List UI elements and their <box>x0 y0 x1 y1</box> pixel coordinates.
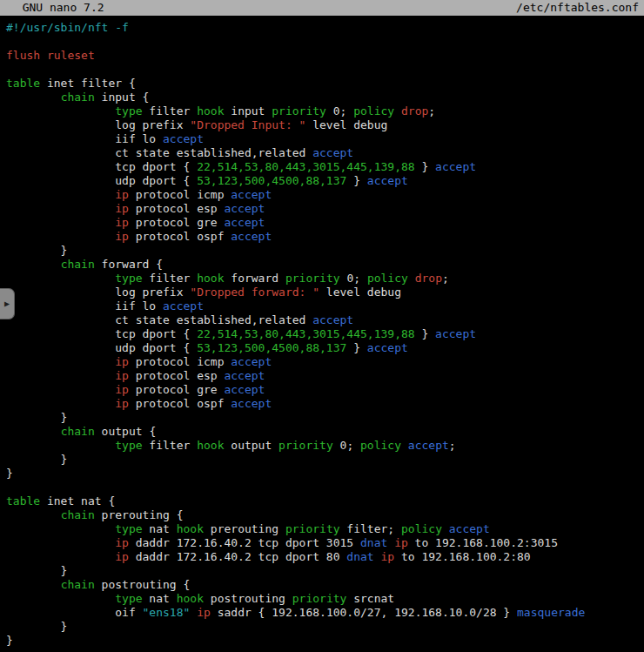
code-token: } <box>415 327 435 340</box>
code-token <box>6 91 61 104</box>
code-line: chain forward { <box>6 258 644 272</box>
code-line: chain output { <box>6 425 644 439</box>
code-token: accept <box>367 341 408 354</box>
code-token: postrouting { <box>95 578 191 591</box>
code-line: table inet filter { <box>6 77 644 91</box>
code-token: table <box>6 77 40 90</box>
code-line: udp dport { 53,123,500,4500,88,137 } acc… <box>6 174 644 188</box>
code-token: protocol gre <box>129 383 225 396</box>
code-token: input { <box>95 91 150 104</box>
code-token <box>6 272 115 285</box>
code-line: chain postrouting { <box>6 578 644 592</box>
code-token: ip <box>115 383 129 396</box>
code-token: daddr 172.16.40.2 tcp dport 80 <box>129 550 346 563</box>
code-token: ip <box>115 536 129 549</box>
code-token: nat <box>143 522 177 535</box>
code-line: ip protocol ospf accept <box>6 397 644 411</box>
code-token <box>6 578 61 591</box>
code-line: } <box>6 467 644 481</box>
code-token: chain <box>61 91 95 104</box>
code-token: accept <box>435 160 476 173</box>
side-panel-toggle[interactable]: ▶ <box>0 288 15 319</box>
code-token: table <box>6 494 40 507</box>
code-token: accept <box>312 313 353 326</box>
code-token: } <box>6 564 67 577</box>
code-token: #!/usr/sbin/nft -f <box>6 21 129 34</box>
code-token: type <box>115 522 142 535</box>
code-token: type <box>115 439 142 452</box>
code-token: protocol icmp <box>129 355 231 368</box>
code-token: output <box>224 439 278 452</box>
code-token <box>6 397 115 410</box>
code-line: log prefix "Dropped Input: " level debug <box>6 118 644 132</box>
code-line: ip protocol icmp accept <box>6 355 644 369</box>
code-token: 53,123,500,4500,88,137 <box>197 174 346 187</box>
code-token: ct state established,related <box>6 146 312 159</box>
code-token: accept <box>449 522 490 535</box>
code-token: accept <box>312 146 353 159</box>
code-token <box>6 202 115 215</box>
code-token: type <box>115 592 142 605</box>
code-token: prerouting { <box>95 508 184 521</box>
code-token: accept <box>163 132 204 145</box>
code-token: postrouting <box>204 592 292 605</box>
code-token: ip <box>115 397 129 410</box>
chevron-right-icon: ▶ <box>4 299 10 308</box>
code-token <box>6 592 115 605</box>
code-token <box>394 104 401 118</box>
code-line: ct state established,related accept <box>6 146 644 160</box>
code-token <box>6 104 115 118</box>
code-token <box>387 536 394 549</box>
code-token: accept <box>231 355 272 368</box>
code-token: flush ruleset <box>6 49 95 62</box>
code-token: type <box>115 272 142 285</box>
code-token: filter <box>143 439 198 452</box>
code-line: ip protocol esp accept <box>6 202 644 216</box>
code-token: ip <box>115 369 129 382</box>
code-line: } <box>6 620 644 634</box>
code-token: type <box>115 104 142 118</box>
code-line: udp dport { 53,123,500,4500,88,137 } acc… <box>6 341 644 355</box>
nano-titlebar: GNU nano 7.2 /etc/nftables.conf <box>0 0 644 16</box>
code-token: policy <box>367 272 408 285</box>
editor-content[interactable]: #!/usr/sbin/nft -f flush ruleset table i… <box>0 16 644 648</box>
code-token: ip <box>115 355 129 368</box>
code-token <box>408 272 415 285</box>
code-token: drop <box>415 272 442 285</box>
code-line: chain prerouting { <box>6 508 644 522</box>
code-token: policy <box>401 522 442 535</box>
code-line: type filter hook output priority 0; poli… <box>6 439 644 453</box>
code-line: tcp dport { 22,514,53,80,443,3015,445,13… <box>6 160 644 174</box>
code-token <box>6 425 61 438</box>
code-token <box>6 383 115 396</box>
code-token: oif <box>6 606 143 619</box>
code-token: priority <box>285 522 340 535</box>
code-token: accept <box>224 383 265 396</box>
code-line: } <box>6 244 644 258</box>
code-token: accept <box>231 230 272 243</box>
code-token: priority <box>272 104 326 118</box>
code-token: ct state established,related <box>6 313 312 326</box>
code-token: ip <box>380 550 394 563</box>
code-line: ip protocol icmp accept <box>6 188 644 202</box>
code-token: to 192.168.100.2:80 <box>394 550 531 563</box>
code-token: ip <box>394 536 408 549</box>
code-token: 53,123,500,4500,88,137 <box>197 341 346 354</box>
code-token: } <box>6 244 67 257</box>
code-token: accept <box>408 439 449 452</box>
code-token: drop <box>401 104 428 118</box>
code-token: ip <box>115 188 129 201</box>
code-token: hook <box>197 104 224 118</box>
code-token: protocol gre <box>129 216 225 229</box>
code-line: oif "ens18" ip saddr { 192.168.100.0/27,… <box>6 606 644 620</box>
code-line: ip protocol gre accept <box>6 383 644 397</box>
code-token: udp dport { <box>6 174 197 187</box>
code-token: hook <box>177 522 204 535</box>
code-line: type filter hook forward priority 0; pol… <box>6 272 644 286</box>
code-token <box>190 606 197 619</box>
code-token: to 192.168.100.2:3015 <box>408 536 558 549</box>
code-token: } <box>6 467 13 480</box>
code-line: table inet nat { <box>6 494 644 508</box>
code-token: protocol esp <box>129 202 225 215</box>
code-line <box>6 35 644 49</box>
